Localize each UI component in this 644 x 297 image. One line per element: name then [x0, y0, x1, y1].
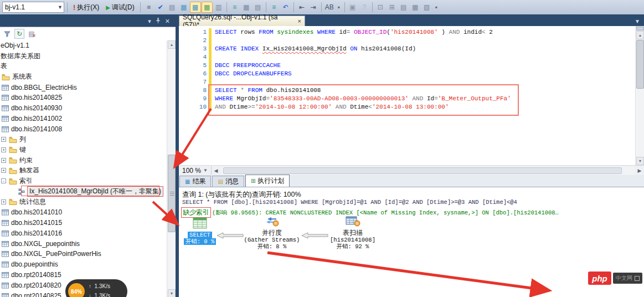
pin-icon[interactable]	[156, 17, 161, 25]
template-params-icon[interactable]: AB	[324, 2, 335, 13]
overflow-icon[interactable]: ▾	[336, 2, 342, 13]
tree-item[interactable]: eObj-v1.1	[0, 40, 166, 51]
horizontal-scrollbar[interactable]	[221, 167, 635, 175]
comment-icon[interactable]: ≡	[269, 2, 280, 13]
indent-increase-icon[interactable]: ⇥	[308, 2, 319, 13]
expander-icon[interactable]: +	[1, 168, 6, 173]
table-icon	[2, 105, 9, 111]
results-to-grid-icon[interactable]: ▦	[241, 2, 252, 13]
folder-icon	[9, 157, 17, 163]
tree-item[interactable]: +统计信息	[0, 197, 166, 207]
tree-item[interactable]: dbo.his20141015	[0, 218, 166, 228]
stop-icon[interactable]: ■	[143, 2, 154, 13]
tree-item[interactable]: dbo.his20141008	[0, 124, 166, 134]
client-statistics-icon[interactable]: ▦	[202, 2, 213, 13]
plan-statement-line[interactable]: SELECT * FROM [dbo].[his20141008] WHERE …	[182, 199, 641, 206]
plan-node-select[interactable]: SELECT 开销: 0 %	[179, 217, 221, 245]
expander-icon[interactable]: +	[1, 147, 6, 152]
scrollbar-thumb[interactable]	[223, 167, 622, 174]
net-speed-overlay[interactable]: 84% ↑ 1.3K/s ↓ 1.3K/s	[65, 279, 127, 297]
tree-item[interactable]: 表	[0, 62, 166, 72]
sql-pane-icon[interactable]: ▤	[398, 2, 409, 13]
actual-execution-plan-icon[interactable]: ▩	[190, 2, 201, 13]
tab-results[interactable]: ▦ 结果	[179, 176, 211, 187]
plan-node-parallelism[interactable]: 并行度 (Gather Streams) 开销: 8 %	[244, 216, 300, 250]
debug-play-icon: ▶	[106, 4, 110, 11]
object-explorer-scrollbar[interactable]: ▲ ▼	[167, 40, 176, 297]
table-icon	[2, 230, 9, 237]
tab-execution-plan[interactable]: ⊞ 执行计划	[245, 175, 290, 187]
document-tab[interactable]: SQLQuery26.sql -...Obj-v1.1 (sa (57))* ×	[179, 16, 305, 26]
expander-icon[interactable]: +	[1, 137, 6, 142]
execute-button[interactable]: ! 执行(X)	[70, 1, 102, 13]
php-watermark: php 中文网	[588, 272, 642, 285]
help-icon[interactable]: ?	[359, 2, 370, 13]
disconnect-icon[interactable]: ▤✕	[27, 29, 37, 39]
line-number: 9	[179, 95, 207, 103]
tree-item[interactable]: -索引	[0, 176, 166, 186]
analyze-dta-icon[interactable]: ▤	[167, 2, 178, 13]
tree-item[interactable]: +列	[0, 134, 166, 145]
expander-icon[interactable]: +	[1, 158, 6, 163]
tree-item-label: dbo.NXGL_puepointhis	[11, 240, 80, 248]
diagram-pane-icon[interactable]: ⊡	[375, 2, 386, 13]
results-to-file-icon[interactable]: ▤	[253, 2, 264, 13]
tree-item[interactable]: 系统表	[0, 71, 166, 82]
tree-item[interactable]: +约束	[0, 155, 166, 166]
editor-scrollbar[interactable]: ▲ ▼	[635, 26, 644, 165]
tree-item[interactable]: dbo.his20140825	[0, 93, 166, 103]
debug-button[interactable]: ▶ 调试(D)	[103, 1, 137, 13]
estimated-plan-icon[interactable]: ▦	[178, 2, 189, 13]
scrollbar-grip	[170, 192, 174, 196]
tree-item[interactable]: +触发器	[0, 166, 166, 176]
sql-editor[interactable]: 1SELECT rows FROM sysindexes WHERE id= O…	[179, 26, 635, 165]
tree-item[interactable]: 数据库关系图	[0, 51, 166, 62]
tree-item[interactable]: dbo.his20141010	[0, 207, 166, 218]
tree-item[interactable]: dbo.his20141016	[0, 228, 166, 238]
scroll-down-icon[interactable]: ▼	[636, 157, 644, 165]
tree-item[interactable]: dbo.NXGL_PuePointPowerHis	[0, 249, 166, 259]
filter-icon[interactable]	[2, 29, 12, 39]
split-handle[interactable]	[636, 27, 644, 30]
verify-sql-icon[interactable]: ▧	[421, 2, 432, 13]
scroll-right-icon[interactable]: ▶	[635, 166, 644, 175]
table-icon	[2, 261, 9, 268]
scroll-left-icon[interactable]: ◀	[212, 166, 220, 175]
results-pane-icon[interactable]: ▥	[213, 2, 224, 13]
tree-item[interactable]: dbo.BBGL_ElectricHis	[0, 82, 166, 93]
expander-icon[interactable]: +	[1, 199, 6, 204]
scroll-up-icon[interactable]: ▲	[168, 40, 176, 49]
tree-item[interactable]: +键	[0, 145, 166, 155]
tree-item[interactable]: dbo.his20141002	[0, 114, 166, 124]
scroll-up-icon[interactable]: ▲	[636, 31, 644, 39]
database-combo[interactable]: bj-v1.1 ▼	[2, 2, 64, 13]
expander-icon[interactable]: -	[1, 178, 6, 183]
navigate-back-icon[interactable]: ↶	[280, 2, 291, 13]
line-number: 2	[179, 37, 207, 45]
plan-node-table-scan[interactable]: 表扫描 [his20141008] 开销: 92 %	[324, 216, 382, 250]
zoom-combo[interactable]: 100 % ▼	[179, 166, 212, 175]
criteria-pane-icon[interactable]: ⊞	[387, 2, 398, 13]
line-number: 10	[179, 103, 207, 111]
document-list-chevron-icon[interactable]: ▼	[635, 18, 640, 24]
scrollbar-thumb[interactable]	[636, 40, 644, 89]
scrollbar-thumb[interactable]	[168, 155, 176, 232]
tree-item-label: 系统表	[12, 72, 32, 81]
grid-pane-icon[interactable]: ▦	[410, 2, 421, 13]
close-icon[interactable]: ×	[298, 18, 301, 24]
tree-item[interactable]: dbo.rpt20140815	[0, 270, 166, 280]
parse-icon[interactable]: ✔	[155, 2, 166, 13]
tree-item[interactable]: dbo.his20140930	[0, 103, 166, 114]
close-icon[interactable]: ✕	[165, 18, 170, 24]
profiler-icon[interactable]: ▣	[347, 2, 358, 13]
refresh-icon[interactable]: ↻	[14, 29, 24, 39]
scroll-down-icon[interactable]: ▼	[168, 289, 176, 297]
overflow-icon[interactable]: ▾	[433, 2, 440, 13]
tree-item[interactable]: dbo.puepointhis	[0, 259, 166, 270]
results-to-text-icon[interactable]: ≡	[229, 2, 240, 13]
window-position-chevron-icon[interactable]: ▾	[148, 18, 151, 24]
tab-messages[interactable]: ▤ 消息	[212, 176, 244, 187]
toolbar-separator	[321, 2, 322, 12]
tree-item[interactable]: dbo.NXGL_puepointhis	[0, 238, 166, 249]
indent-decrease-icon[interactable]: ⇤	[296, 2, 307, 13]
